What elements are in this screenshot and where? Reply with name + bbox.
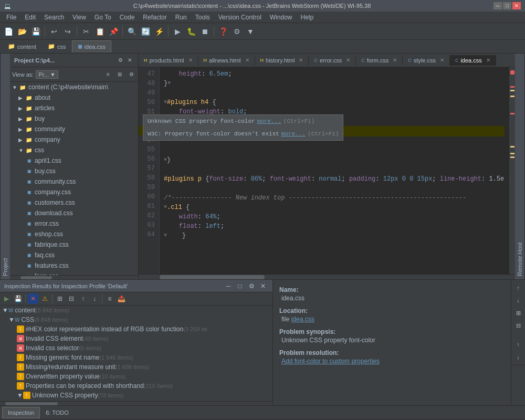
remote-host-label[interactable]: Remote Host [515, 54, 525, 279]
tree-faqcss[interactable]: ◼ faq.css [10, 250, 138, 260]
insp-hex-color[interactable]: ! #HEX color representation instead of R… [0, 324, 272, 334]
tb-paste[interactable]: 📌 [107, 25, 120, 38]
allnews-tab-close[interactable]: ✕ [245, 57, 249, 63]
insp-btn-settings[interactable]: ⚙ [246, 281, 257, 291]
tooltip-link-2[interactable]: more... [281, 129, 306, 139]
insp-group-btn[interactable]: ≡ [104, 293, 115, 304]
insp-filter-error[interactable]: ✕ [28, 293, 38, 304]
menu-run[interactable]: Run [171, 13, 191, 22]
menu-edit[interactable]: Edit [20, 13, 40, 22]
side-btn-5[interactable]: ↑ [512, 339, 524, 350]
tb-search[interactable]: 🔍 [125, 25, 138, 38]
tree-eshopcss[interactable]: ◼ eshop.css [10, 229, 138, 239]
editor-tab-formcss[interactable]: C form.css ✕ [356, 55, 403, 66]
tree-community[interactable]: ▶ 📁 community [10, 124, 138, 134]
code-content[interactable]: height: 6.5em; } ▼ ▼ #plugins h4 { font-… [160, 67, 509, 274]
tree-company[interactable]: ▶ 📁 company [10, 134, 138, 145]
tb-debug[interactable]: 🐛 [185, 25, 197, 38]
project-sidebar-label[interactable]: Project [0, 54, 10, 279]
tree-buy[interactable]: ▶ 📁 buy [10, 113, 138, 124]
panel-settings-btn[interactable]: ⚙ [116, 56, 124, 65]
insp-invalid-selector[interactable]: ✕ Invalid css selector (6 items) [0, 343, 272, 353]
tree-featurescss[interactable]: ◼ features.css [10, 260, 138, 271]
tooltip-row-2[interactable]: W3C: Property font-color doesn't exist m… [160, 128, 343, 140]
menu-window[interactable]: Window [266, 13, 297, 22]
insp-btn-close[interactable]: ✕ [258, 281, 268, 291]
insp-save-btn[interactable]: 💾 [13, 293, 23, 304]
insp-run-btn[interactable]: ▶ [1, 293, 12, 304]
insp-css-group[interactable]: ▼ W CSS (8 848 items) [0, 315, 272, 324]
tb-redo[interactable]: ↪ [61, 25, 74, 38]
tb-save[interactable]: 💾 [29, 25, 42, 38]
tree-fabriquecss[interactable]: ◼ fabrique.css [10, 239, 138, 250]
tooltip-link-1[interactable]: more... [257, 117, 281, 126]
tb-run[interactable]: ▶ [171, 25, 184, 38]
tb-undo[interactable]: ↩ [48, 25, 60, 38]
formcss-tab-close[interactable]: ✕ [393, 57, 397, 63]
insp-collapse-btn[interactable]: ⊟ [66, 293, 77, 304]
menu-search[interactable]: Search [40, 13, 68, 22]
tree-settings-btn[interactable]: ⚙ [127, 70, 136, 79]
menu-code[interactable]: Code [116, 13, 139, 22]
location-link[interactable]: idea.css [291, 316, 314, 323]
insp-up-btn[interactable]: ↑ [78, 293, 88, 304]
tree-root[interactable]: ▼ 📁 content (C:\p4\website\main\ [10, 82, 138, 92]
ideacss-tab-close[interactable]: ✕ [486, 57, 490, 63]
tree-companycss[interactable]: ◼ company.css [10, 187, 138, 197]
menu-file[interactable]: File [2, 13, 20, 22]
menu-tools[interactable]: Tools [191, 13, 214, 22]
insp-overwritten[interactable]: ! Overwritten property value (10 items) [0, 372, 272, 381]
tree-expand-btn[interactable]: ⊞ [115, 70, 124, 79]
tb-cut[interactable]: ✂ [80, 25, 92, 38]
close-button[interactable]: ✕ [512, 2, 521, 9]
top-tab-content[interactable]: 📁 content [2, 40, 42, 52]
stylecss-tab-close[interactable]: ✕ [440, 57, 444, 63]
tree-css[interactable]: ▼ 📁 css [10, 145, 138, 155]
tab-inspection[interactable]: Inspection [2, 407, 40, 418]
tooltip-row-1[interactable]: Unknown CSS property font-color more... … [160, 115, 343, 128]
insp-shorthand[interactable]: ! Properties can be replaced with shorth… [0, 381, 272, 391]
panel-close-btn[interactable]: ✕ [125, 56, 134, 65]
tree-formcss[interactable]: ◼ form.css [10, 271, 138, 275]
editor-tab-allnews[interactable]: H allnews.html ✕ [198, 55, 255, 66]
insp-missing-font[interactable]: ! Missing generic font name (1 946 items… [0, 353, 272, 362]
insp-filter-warn[interactable]: ⚠ [39, 293, 50, 304]
side-btn-3[interactable]: ⊞ [512, 307, 524, 319]
menu-vcs[interactable]: Version Control [214, 13, 266, 22]
fold-48[interactable]: ▼ [167, 79, 171, 88]
tree-downloadcss[interactable]: ◼ download.css [10, 208, 138, 218]
insp-missing-measure[interactable]: ! Missing/redundant measure unit (1 608 … [0, 362, 272, 372]
top-tab-css[interactable]: 📁 css [42, 40, 72, 52]
tree-communitycss[interactable]: ◼ community.css [10, 176, 138, 187]
insp-btn-minimize[interactable]: ─ [223, 281, 234, 291]
editor-tab-stylecss[interactable]: C style.css ✕ [403, 55, 450, 66]
side-btn-6[interactable]: ↓ [512, 351, 524, 363]
menu-help[interactable]: Help [296, 13, 318, 22]
code-hscrollbar[interactable] [139, 274, 515, 279]
editor-tab-products[interactable]: H products.html ✕ [139, 55, 198, 66]
tree-april1css[interactable]: ◼ april1.css [10, 155, 138, 166]
side-btn-2[interactable]: ↓ [512, 295, 524, 306]
tree-errorcss[interactable]: ◼ error.css [10, 218, 138, 229]
tree-customerscss[interactable]: ◼ customers.css [10, 197, 138, 208]
tb-open[interactable]: 📂 [16, 25, 28, 38]
side-btn-1[interactable]: ↑ [512, 282, 524, 293]
insp-hscrollbar[interactable] [0, 401, 272, 405]
tree-buycss[interactable]: ◼ buy.css [10, 166, 138, 176]
resolution-link[interactable]: Add font-color to custom properties [281, 358, 380, 365]
menu-goto[interactable]: Go To [90, 13, 116, 22]
tb-new[interactable]: 📄 [2, 25, 15, 38]
view-as-dropdown[interactable]: Pr... ▼ [36, 70, 58, 79]
tb-help[interactable]: ❓ [217, 25, 229, 38]
minimize-button[interactable]: ─ [494, 2, 502, 9]
tb-replace[interactable]: 🔄 [139, 25, 152, 38]
tb-settings[interactable]: ⚙ [230, 25, 243, 38]
errorcss-tab-close[interactable]: ✕ [346, 57, 350, 63]
insp-root[interactable]: ▼ W content (8 848 items) [0, 306, 272, 315]
tree-about[interactable]: ▶ 📁 about [10, 92, 138, 103]
tree-articles[interactable]: ▶ 📁 articles [10, 103, 138, 113]
menu-view[interactable]: View [68, 13, 90, 22]
tree-collapse-btn[interactable]: ≡ [103, 70, 113, 79]
insp-invalid-css[interactable]: ✕ Invalid CSS element (40 items) [0, 334, 272, 343]
tb-more[interactable]: ▼ [244, 25, 257, 38]
